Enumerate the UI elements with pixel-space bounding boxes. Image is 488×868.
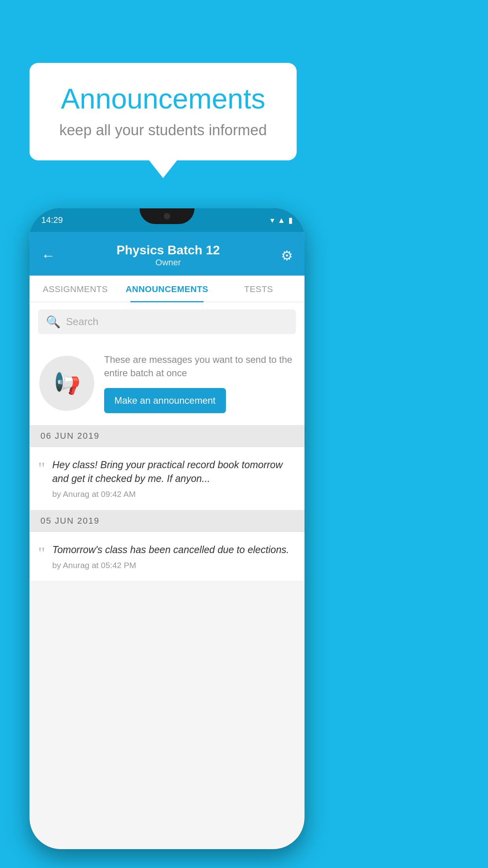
date-separator-1: 06 JUN 2019 [29,425,305,447]
batch-subtitle: Owner [55,257,281,268]
make-announcement-button[interactable]: Make an announcement [104,388,226,413]
status-time: 14:29 [41,215,63,225]
status-icons: ▾ ▲ ▮ [270,215,293,225]
prompt-right: These are messages you want to send to t… [104,353,295,413]
settings-button[interactable]: ⚙ [281,248,293,263]
speech-bubble: Announcements keep all your students inf… [29,63,297,160]
announcement-text-1: Hey class! Bring your practical record b… [52,458,294,485]
search-bar[interactable]: 🔍 Search [38,309,296,334]
camera [164,213,170,219]
prompt-description: These are messages you want to send to t… [104,353,295,379]
announcement-text-2: Tomorrow's class has been cancelled due … [52,543,289,557]
app-bar-center: Physics Batch 12 Owner [55,243,281,268]
tab-assignments[interactable]: ASSIGNMENTS [29,276,121,302]
announcement-content-2: Tomorrow's class has been cancelled due … [52,543,289,570]
battery-icon: ▮ [288,215,293,225]
announcement-meta-2: by Anurag at 05:42 PM [52,561,289,570]
announcement-content-1: Hey class! Bring your practical record b… [52,458,294,499]
megaphone-circle: 📢 [39,356,94,411]
back-button[interactable]: ← [41,247,55,264]
bubble-subtitle: keep all your students informed [53,122,273,139]
megaphone-icon: 📢 [53,370,81,396]
phone-screen: ← Physics Batch 12 Owner ⚙ ASSIGNMENTS A… [29,232,305,849]
date-separator-2: 05 JUN 2019 [29,510,305,532]
announcement-meta-1: by Anurag at 09:42 AM [52,489,294,499]
bubble-title: Announcements [53,83,273,115]
phone-frame: 14:29 ▾ ▲ ▮ ← Physics Batch 12 Owner ⚙ A… [29,208,305,849]
search-icon: 🔍 [46,315,61,329]
tabs-bar: ASSIGNMENTS ANNOUNCEMENTS TESTS [29,276,305,302]
app-bar: ← Physics Batch 12 Owner ⚙ [29,232,305,276]
announcement-item-2[interactable]: " Tomorrow's class has been cancelled du… [29,532,305,581]
status-bar: 14:29 ▾ ▲ ▮ [29,208,305,232]
search-bar-wrap: 🔍 Search [29,302,305,341]
announcement-item-1[interactable]: " Hey class! Bring your practical record… [29,447,305,510]
tab-announcements[interactable]: ANNOUNCEMENTS [121,276,213,302]
notch [139,208,194,224]
search-placeholder: Search [66,316,98,328]
wifi-icon: ▾ [270,215,274,225]
announcement-prompt: 📢 These are messages you want to send to… [29,341,305,425]
signal-icon: ▲ [277,216,285,225]
quote-icon-2: " [38,545,45,562]
batch-title: Physics Batch 12 [55,243,281,257]
tab-tests[interactable]: TESTS [213,276,305,302]
quote-icon-1: " [38,460,45,477]
